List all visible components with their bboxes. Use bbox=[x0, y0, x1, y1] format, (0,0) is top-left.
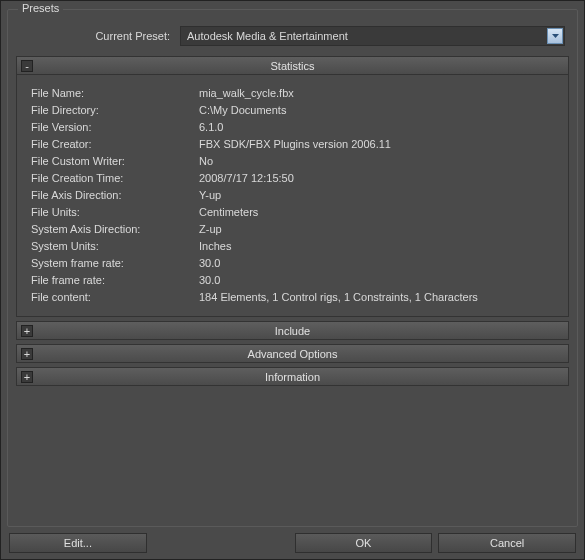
stat-row: System Units:Inches bbox=[31, 238, 558, 255]
stat-label: File Creation Time: bbox=[31, 170, 199, 187]
stat-value: Centimeters bbox=[199, 204, 558, 221]
collapse-icon[interactable]: - bbox=[21, 60, 33, 72]
stat-label: System Axis Direction: bbox=[31, 221, 199, 238]
spacer bbox=[16, 390, 569, 518]
section-information: + Information bbox=[16, 367, 569, 386]
button-row: Edit... OK Cancel bbox=[7, 533, 578, 553]
expand-icon[interactable]: + bbox=[21, 325, 33, 337]
expand-icon[interactable]: + bbox=[21, 348, 33, 360]
section-information-title: Information bbox=[17, 371, 568, 383]
stat-value: 30.0 bbox=[199, 272, 558, 289]
stat-row: File Axis Direction:Y-up bbox=[31, 187, 558, 204]
presets-fieldset: Presets Current Preset: Autodesk Media &… bbox=[7, 9, 578, 527]
stat-value: No bbox=[199, 153, 558, 170]
current-preset-row: Current Preset: Autodesk Media & Enterta… bbox=[20, 26, 565, 46]
stat-value: 184 Elements, 1 Control rigs, 1 Constrai… bbox=[199, 289, 558, 306]
current-preset-value: Autodesk Media & Entertainment bbox=[187, 30, 348, 42]
expand-icon[interactable]: + bbox=[21, 371, 33, 383]
stat-label: System Units: bbox=[31, 238, 199, 255]
stat-label: File Directory: bbox=[31, 102, 199, 119]
stat-value: 6.1.0 bbox=[199, 119, 558, 136]
cancel-button[interactable]: Cancel bbox=[438, 533, 576, 553]
stat-value: 2008/7/17 12:15:50 bbox=[199, 170, 558, 187]
stat-row: File Creator:FBX SDK/FBX Plugins version… bbox=[31, 136, 558, 153]
stat-value: mia_walk_cycle.fbx bbox=[199, 85, 558, 102]
stat-value: Y-up bbox=[199, 187, 558, 204]
current-preset-label: Current Preset: bbox=[20, 30, 180, 42]
stat-row: File Version:6.1.0 bbox=[31, 119, 558, 136]
ok-button[interactable]: OK bbox=[295, 533, 433, 553]
stat-value: FBX SDK/FBX Plugins version 2006.11 bbox=[199, 136, 558, 153]
section-advanced-title: Advanced Options bbox=[17, 348, 568, 360]
stat-row: System frame rate:30.0 bbox=[31, 255, 558, 272]
stat-label: File Axis Direction: bbox=[31, 187, 199, 204]
stat-row: File Units:Centimeters bbox=[31, 204, 558, 221]
stat-row: File Name:mia_walk_cycle.fbx bbox=[31, 85, 558, 102]
stat-value: Inches bbox=[199, 238, 558, 255]
dropdown-arrow-icon[interactable] bbox=[547, 28, 563, 44]
stat-value: C:\My Documents bbox=[199, 102, 558, 119]
stat-label: File Name: bbox=[31, 85, 199, 102]
stat-label: File Units: bbox=[31, 204, 199, 221]
presets-legend: Presets bbox=[18, 2, 63, 14]
stat-value: 30.0 bbox=[199, 255, 558, 272]
stat-label: System frame rate: bbox=[31, 255, 199, 272]
edit-button[interactable]: Edit... bbox=[9, 533, 147, 553]
stat-row: File frame rate:30.0 bbox=[31, 272, 558, 289]
stat-label: File content: bbox=[31, 289, 199, 306]
stat-label: File Version: bbox=[31, 119, 199, 136]
section-include: + Include bbox=[16, 321, 569, 340]
section-advanced-options: + Advanced Options bbox=[16, 344, 569, 363]
section-statistics: - Statistics File Name:mia_walk_cycle.fb… bbox=[16, 56, 569, 317]
section-statistics-title: Statistics bbox=[17, 60, 568, 72]
stat-row: File Creation Time:2008/7/17 12:15:50 bbox=[31, 170, 558, 187]
section-statistics-body: File Name:mia_walk_cycle.fbxFile Directo… bbox=[16, 75, 569, 317]
stat-row: File Custom Writer:No bbox=[31, 153, 558, 170]
button-spacer bbox=[153, 533, 289, 553]
section-information-header[interactable]: + Information bbox=[16, 367, 569, 386]
svg-marker-0 bbox=[552, 34, 559, 38]
section-include-header[interactable]: + Include bbox=[16, 321, 569, 340]
stat-label: File frame rate: bbox=[31, 272, 199, 289]
section-include-title: Include bbox=[17, 325, 568, 337]
stat-row: System Axis Direction:Z-up bbox=[31, 221, 558, 238]
stat-label: File Custom Writer: bbox=[31, 153, 199, 170]
section-advanced-header[interactable]: + Advanced Options bbox=[16, 344, 569, 363]
stat-label: File Creator: bbox=[31, 136, 199, 153]
import-dialog: Presets Current Preset: Autodesk Media &… bbox=[1, 1, 584, 559]
current-preset-select[interactable]: Autodesk Media & Entertainment bbox=[180, 26, 565, 46]
stat-row: File content:184 Elements, 1 Control rig… bbox=[31, 289, 558, 306]
stat-value: Z-up bbox=[199, 221, 558, 238]
section-statistics-header[interactable]: - Statistics bbox=[16, 56, 569, 75]
stat-row: File Directory:C:\My Documents bbox=[31, 102, 558, 119]
